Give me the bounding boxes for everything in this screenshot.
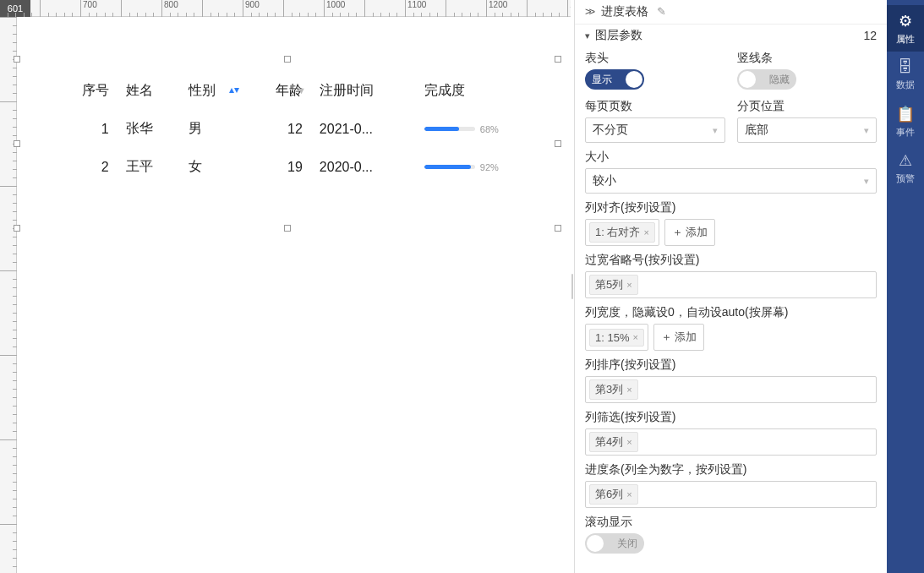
rail-tab-属性[interactable]: ⚙属性 (887, 5, 924, 52)
panel-header: >> 进度表格 ✎ (575, 0, 887, 25)
chevron-down-icon: ▾ (864, 176, 869, 187)
label-scroll: 滚动显示 (585, 515, 877, 530)
select-size[interactable]: 较小 ▾ (585, 168, 877, 194)
section-layer-params[interactable]: ▾ 图层参数 12 (575, 25, 887, 47)
label-progress: 进度条(列全为数字，按列设置) (585, 462, 877, 478)
label-filter: 列筛选(按列设置) (585, 410, 877, 425)
column-header[interactable]: 姓名 (119, 72, 182, 110)
rail-icon: ⚠ (899, 151, 912, 170)
column-header[interactable]: 完成度 (418, 72, 554, 110)
label-pagesize: 每页页数 (585, 99, 725, 114)
select-pagesize-value: 不分页 (593, 123, 628, 138)
sort-icon[interactable]: ▴▾ (229, 84, 239, 96)
tag-align-text: 1: 右对齐 (595, 225, 640, 240)
rail-icon: ⚙ (899, 12, 912, 30)
cell-name: 王平 (119, 148, 182, 186)
tag-remove-icon[interactable]: × (643, 227, 648, 237)
column-header[interactable]: 年龄▼ (244, 72, 313, 110)
resize-handle-tr[interactable] (555, 56, 561, 63)
toggle-header[interactable]: 显示 (585, 69, 644, 90)
rail-tab-数据[interactable]: 🗄数据 (887, 52, 924, 98)
cell-idx: 2 (51, 148, 119, 186)
right-icon-rail: ⚙属性🗄数据📋事件⚠预警 (887, 0, 924, 573)
rail-label: 事件 (896, 126, 915, 139)
select-pagerpos-value: 底部 (745, 123, 768, 138)
properties-panel: >> 进度表格 ✎ ▾ 图层参数 12 表头 显示 竖线条 隐藏 (574, 0, 887, 573)
edit-title-icon[interactable]: ✎ (657, 5, 666, 18)
rail-tab-预警[interactable]: ⚠预警 (887, 145, 924, 191)
plus-icon: ＋ (661, 330, 672, 345)
resize-handle-bc[interactable] (284, 225, 291, 232)
tagbox-progress[interactable]: 第6列× (585, 481, 877, 508)
label-size: 大小 (585, 150, 877, 165)
select-size-value: 较小 (593, 173, 616, 188)
rail-icon: 🗄 (898, 58, 913, 76)
toggle-vline-label: 隐藏 (769, 73, 790, 87)
resize-handle-bl[interactable] (14, 225, 20, 232)
resize-handle-mr[interactable] (555, 140, 561, 147)
section-count: 12 (863, 29, 877, 42)
cell-reg: 2021-0... (313, 110, 418, 148)
caret-down-icon: ▾ (585, 30, 590, 41)
add-button-label: 添加 (675, 330, 697, 345)
ruler-horizontal: 601 (0, 0, 571, 17)
section-label: 图层参数 (595, 28, 642, 43)
tagbox-ellipsis[interactable]: 第5列× (585, 271, 877, 298)
cell-idx: 1 (51, 110, 119, 148)
tag-align[interactable]: 1: 右对齐× (585, 219, 659, 246)
column-header[interactable]: 性别▴▾ (182, 72, 244, 110)
add-align-button[interactable]: ＋添加 (664, 219, 715, 246)
rail-label: 数据 (896, 79, 915, 91)
rail-label: 预警 (896, 172, 915, 185)
tag-width-text: 1: 15% (595, 331, 629, 344)
toggle-header-label: 显示 (592, 73, 612, 87)
select-pagesize[interactable]: 不分页 ▾ (585, 117, 725, 143)
tag-remove-icon[interactable]: × (626, 437, 631, 447)
toggle-knob (739, 71, 756, 88)
tagbox-filter[interactable]: 第4列× (585, 428, 877, 456)
chevron-down-icon: ▾ (864, 125, 869, 136)
panel-resize-handle[interactable] (571, 0, 574, 573)
panel-title: 进度表格 (601, 4, 648, 19)
cell-name: 张华 (119, 110, 182, 148)
cell-gender: 女 (182, 148, 244, 186)
table-row[interactable]: 1张华男122021-0...68% (51, 110, 554, 148)
tag-progress-text: 第6列 (595, 487, 623, 502)
resize-handle-tc[interactable] (284, 56, 291, 63)
filter-icon[interactable]: ▼ (297, 85, 306, 96)
canvas-area[interactable]: 601 序号姓名性别▴▾年龄▼注册时间完成度 1张华男122021-0...68… (0, 0, 571, 573)
tag-remove-icon[interactable]: × (626, 385, 631, 395)
cell-reg: 2020-0... (313, 148, 418, 186)
plus-icon: ＋ (672, 225, 683, 240)
rail-tab-事件[interactable]: 📋事件 (887, 98, 924, 145)
select-pagerpos[interactable]: 底部 ▾ (737, 117, 878, 143)
collapse-panel-icon[interactable]: >> (585, 5, 593, 18)
label-ellipsis: 过宽省略号(按列设置) (585, 253, 877, 268)
toggle-vline[interactable]: 隐藏 (737, 69, 796, 90)
resize-handle-tl[interactable] (14, 56, 20, 63)
tag-remove-icon[interactable]: × (626, 280, 631, 290)
table-row[interactable]: 2王平女192020-0...92% (51, 148, 554, 186)
cell-progress: 92% (418, 148, 554, 186)
column-header[interactable]: 注册时间 (313, 72, 418, 110)
resize-handle-br[interactable] (555, 225, 561, 232)
add-width-button[interactable]: ＋添加 (653, 324, 704, 351)
toggle-knob (626, 71, 642, 88)
chevron-down-icon: ▾ (713, 125, 718, 136)
ruler-vertical (0, 17, 17, 573)
column-header[interactable]: 序号 (51, 72, 119, 110)
tag-ellipsis-text: 第5列 (595, 277, 623, 292)
label-pagerpos: 分页位置 (737, 99, 878, 114)
resize-handle-ml[interactable] (14, 140, 20, 147)
rail-label: 属性 (896, 33, 915, 46)
toggle-scroll[interactable]: 关闭 (585, 533, 644, 554)
cell-age: 19 (244, 148, 313, 186)
label-width: 列宽度，隐藏设0，自动设auto(按屏幕) (585, 305, 877, 320)
tag-remove-icon[interactable]: × (632, 332, 637, 342)
tagbox-sort[interactable]: 第3列× (585, 376, 877, 403)
progress-table[interactable]: 序号姓名性别▴▾年龄▼注册时间完成度 1张华男122021-0...68%2王平… (51, 72, 554, 186)
cell-progress: 68% (418, 110, 554, 148)
tag-sort-text: 第3列 (595, 382, 623, 397)
tag-remove-icon[interactable]: × (626, 489, 631, 499)
tag-width[interactable]: 1: 15%× (585, 324, 648, 351)
